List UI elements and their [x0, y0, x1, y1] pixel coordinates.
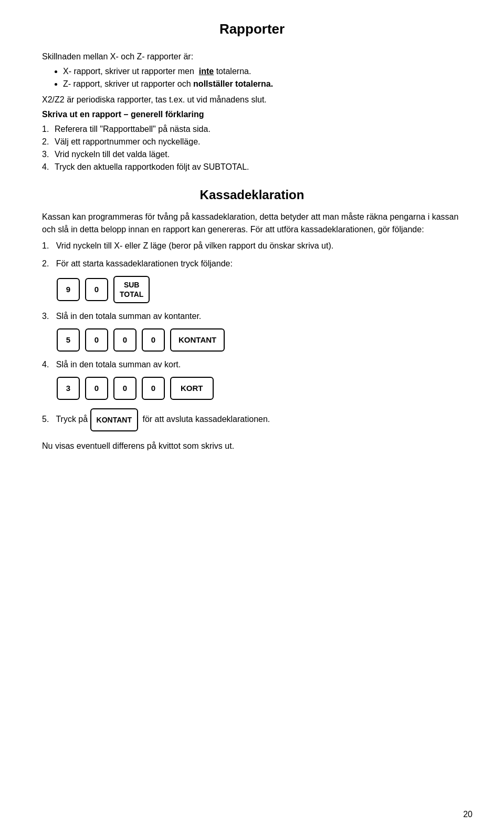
section2-step4-body: Slå in den totala summan av kort. — [56, 360, 181, 369]
section1-step-4: 4. Tryck den aktuella rapportkoden följt… — [42, 162, 462, 172]
section2-step5-after: för att avsluta kassadeklarationen. — [142, 415, 270, 424]
section2-step5-before: Tryck på — [56, 415, 90, 424]
section2-step2: 2. För att starta kassadeklarationen try… — [42, 259, 462, 303]
section1-steps: 1. Referera till "Rapporttabell" på näst… — [42, 125, 462, 172]
section2-step3-text: 3. Slå in den totala summan av kontanter… — [42, 312, 462, 321]
section1-step4-text: Tryck den aktuella rapportkoden följt av… — [55, 162, 249, 172]
section2-step4-text: 4. Slå in den totala summan av kort. — [42, 360, 462, 369]
section1-step-3: 3. Vrid nyckeln till det valda läget. — [42, 150, 462, 159]
key-kontant-1: KONTANT — [170, 328, 225, 352]
bullet-1-end: totalerna. — [214, 67, 251, 76]
section2-step5: 5. Tryck på KONTANT för att avsluta kass… — [42, 408, 462, 431]
section1-step-1: 1. Referera till "Rapporttabell" på näst… — [42, 125, 462, 134]
section1-step2-text: Välj ett rapportnummer och nyckelläge. — [55, 137, 200, 147]
bullet-item-2: Z- rapport, skriver ut rapporter och nol… — [63, 79, 462, 89]
key-kontant-inline: KONTANT — [90, 408, 138, 431]
section2-step3-body: Slå in den totala summan av kontanter. — [56, 312, 202, 321]
bullet-1-bold-underline: inte — [199, 67, 214, 76]
section2-step5-text: 5. Tryck på KONTANT för att avsluta kass… — [42, 408, 462, 431]
section1-step-2: 2. Välj ett rapportnummer och nyckelläge… — [42, 137, 462, 147]
key-subtotal: SUBTOTAL — [113, 276, 150, 303]
key-kort: KORT — [170, 377, 214, 400]
section2-step2-text: 2. För att starta kassadeklarationen try… — [42, 259, 462, 269]
intro-line2: X2/Z2 är periodiska rapporter, tas t.ex.… — [42, 95, 462, 105]
key-3: 3 — [57, 377, 80, 400]
key-0-b: 0 — [113, 328, 136, 352]
key-0-d: 0 — [85, 377, 108, 400]
key-5: 5 — [57, 328, 80, 352]
section2-step1-body: Vrid nyckeln till X- eller Z läge (beror… — [56, 241, 334, 250]
section2-step3: 3. Slå in den totala summan av kontanter… — [42, 312, 462, 352]
section2-step1: 1. Vrid nyckeln till X- eller Z läge (be… — [42, 241, 462, 251]
key-9: 9 — [57, 278, 80, 301]
bullet-list: X- rapport, skriver ut rapporter men int… — [63, 67, 462, 89]
section2-step4: 4. Slå in den totala summan av kort. 3 0… — [42, 360, 462, 400]
section2-intro: Kassan kan programmeras för tvång på kas… — [42, 211, 462, 236]
key-0-c: 0 — [142, 328, 165, 352]
key-0-f: 0 — [142, 377, 165, 400]
key-0-a: 0 — [85, 328, 108, 352]
section2-step1-text: 1. Vrid nyckeln till X- eller Z läge (be… — [42, 241, 462, 251]
intro-line1: Skillnaden mellan X- och Z- rapporter är… — [42, 52, 462, 61]
section2-step3-keys: 5 0 0 0 KONTANT — [57, 328, 462, 352]
bullet-item-1: X- rapport, skriver ut rapporter men int… — [63, 67, 462, 76]
page-number: 20 — [463, 810, 472, 819]
section2-step2-body: För att starta kassadeklarationen tryck … — [56, 259, 233, 268]
bullet-1-normal: X- rapport, skriver ut rapporter men — [63, 67, 199, 76]
key-0-e: 0 — [113, 377, 136, 400]
page-title: Rapporter — [42, 21, 462, 37]
section1-heading: Skriva ut en rapport – generell förklari… — [42, 110, 462, 119]
section2-title: Kassadeklaration — [42, 188, 462, 202]
key-0-first: 0 — [85, 278, 108, 301]
section2-step2-keys: 9 0 SUBTOTAL — [57, 276, 462, 303]
section2-step4-keys: 3 0 0 0 KORT — [57, 377, 462, 400]
section1-step1-text: Referera till "Rapporttabell" på nästa s… — [55, 125, 211, 134]
section1-step3-text: Vrid nyckeln till det valda läget. — [55, 150, 170, 159]
section2-closing: Nu visas eventuell differens på kvittot … — [42, 440, 462, 452]
bullet-2-bold: nollställer totalerna. — [193, 79, 273, 88]
bullet-2-normal: Z- rapport, skriver ut rapporter och — [63, 79, 193, 88]
